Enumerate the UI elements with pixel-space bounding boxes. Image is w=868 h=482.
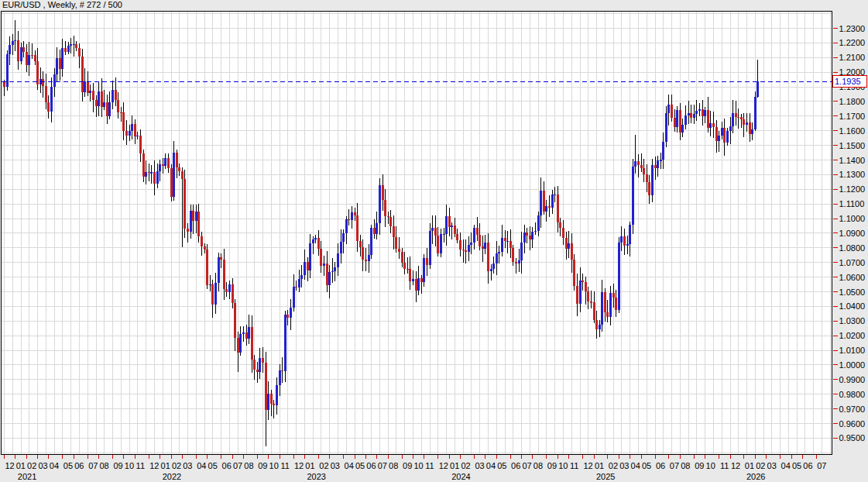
candle bbox=[587, 291, 589, 301]
candlestick-chart[interactable]: 1.23001.22001.21001.20001.19001.18001.17… bbox=[0, 0, 868, 482]
candle bbox=[403, 263, 406, 269]
candle bbox=[9, 45, 11, 53]
candle bbox=[173, 153, 175, 197]
x-year-label: 2021 bbox=[18, 472, 36, 481]
candle bbox=[732, 113, 734, 126]
candle bbox=[70, 44, 72, 46]
plot-background bbox=[2, 11, 832, 454]
x-month-label: 11 bbox=[425, 461, 434, 470]
candle bbox=[431, 228, 434, 231]
candle bbox=[543, 191, 545, 212]
candle bbox=[256, 370, 259, 372]
x-month-label: 10 bbox=[706, 461, 715, 470]
candle bbox=[101, 91, 103, 107]
candle bbox=[253, 360, 256, 370]
candle bbox=[735, 113, 737, 117]
candle bbox=[492, 263, 495, 269]
candle bbox=[693, 114, 695, 119]
candle bbox=[398, 249, 400, 252]
candle bbox=[112, 90, 114, 102]
x-axis[interactable]: 1201020304050607080910111201020304050607… bbox=[5, 455, 827, 481]
candle bbox=[715, 127, 718, 141]
candle bbox=[520, 243, 523, 261]
candle bbox=[267, 394, 269, 410]
candle bbox=[459, 240, 461, 250]
candle bbox=[749, 122, 751, 133]
candle bbox=[576, 286, 578, 304]
candle bbox=[545, 206, 547, 212]
candle bbox=[14, 40, 16, 41]
x-month-label: 06 bbox=[366, 461, 376, 470]
x-month-label: 08 bbox=[389, 461, 398, 470]
candle bbox=[515, 262, 517, 263]
candle bbox=[276, 385, 278, 405]
x-month-label: 09 bbox=[695, 461, 704, 470]
candle bbox=[223, 260, 225, 289]
candle bbox=[108, 102, 111, 116]
candle bbox=[615, 298, 617, 310]
candle bbox=[120, 112, 122, 113]
candle bbox=[117, 100, 119, 112]
candle bbox=[746, 122, 748, 125]
candle bbox=[674, 118, 676, 127]
candle bbox=[248, 327, 250, 339]
candle bbox=[743, 119, 745, 126]
candle bbox=[601, 292, 603, 325]
candle bbox=[348, 219, 350, 220]
candle bbox=[531, 232, 533, 239]
x-month-label: 01 bbox=[745, 461, 754, 470]
candle bbox=[679, 110, 681, 133]
x-month-label: 01 bbox=[595, 461, 604, 470]
candle bbox=[204, 246, 206, 249]
candle bbox=[496, 253, 498, 263]
candle bbox=[184, 179, 186, 229]
candle bbox=[634, 161, 636, 167]
x-month-label: 04 bbox=[197, 461, 206, 470]
candle bbox=[218, 257, 220, 283]
candle bbox=[540, 191, 542, 215]
candle bbox=[156, 171, 159, 184]
x-month-label: 07 bbox=[88, 461, 98, 470]
candle bbox=[681, 125, 684, 133]
candle bbox=[509, 241, 512, 248]
candle bbox=[53, 74, 56, 87]
candle bbox=[409, 269, 411, 281]
candle bbox=[518, 260, 520, 263]
candle bbox=[150, 172, 153, 173]
candle bbox=[562, 228, 564, 238]
candle bbox=[284, 315, 286, 371]
x-month-label: 12 bbox=[439, 461, 448, 470]
candle bbox=[279, 370, 281, 386]
candle bbox=[164, 158, 166, 166]
candle bbox=[45, 86, 47, 102]
y-tick-label: 1.1300 bbox=[839, 170, 866, 179]
candle bbox=[340, 242, 342, 253]
x-month-label: 07 bbox=[378, 461, 387, 470]
candle bbox=[671, 105, 673, 118]
candle bbox=[376, 223, 378, 234]
candle bbox=[309, 243, 311, 270]
x-month-label: 10 bbox=[558, 461, 568, 470]
y-tick-label: 1.0200 bbox=[839, 331, 866, 340]
candle bbox=[412, 279, 414, 281]
candle bbox=[709, 123, 712, 128]
candle bbox=[651, 165, 654, 195]
candle bbox=[440, 234, 442, 253]
x-month-label: 09 bbox=[547, 461, 557, 470]
candle bbox=[415, 279, 417, 290]
y-tick-label: 1.1000 bbox=[839, 214, 866, 223]
candle bbox=[89, 91, 91, 93]
x-month-label: 06 bbox=[222, 461, 232, 470]
candle bbox=[417, 278, 420, 291]
candle bbox=[78, 48, 81, 57]
candle bbox=[323, 263, 325, 266]
x-year-label: 2024 bbox=[451, 472, 470, 481]
candle bbox=[690, 113, 692, 118]
candle bbox=[654, 165, 657, 167]
x-month-label: 01 bbox=[161, 461, 170, 470]
candle bbox=[551, 195, 554, 208]
candle bbox=[251, 327, 253, 360]
candle bbox=[582, 281, 584, 282]
x-month-label: 11 bbox=[570, 461, 578, 470]
y-tick-label: 1.0500 bbox=[839, 287, 866, 297]
